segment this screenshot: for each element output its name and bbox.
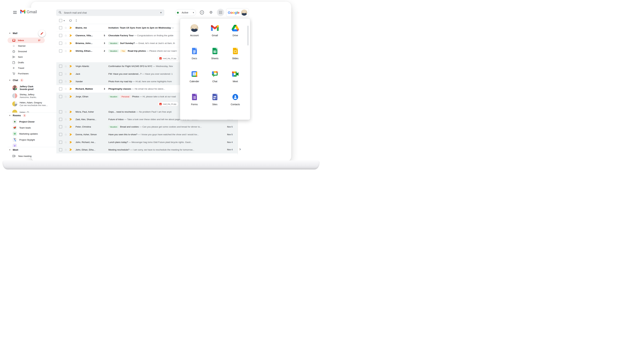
app-tile-calendar[interactable]: 31 Calender <box>184 69 204 92</box>
user-avatar[interactable] <box>241 10 247 16</box>
star-icon[interactable]: ☆ <box>64 34 67 37</box>
importance-marker-icon[interactable] <box>69 50 72 52</box>
label-chip[interactable]: Vacation <box>108 95 119 98</box>
email-checkbox[interactable] <box>59 80 62 83</box>
star-icon[interactable]: ☆ <box>64 73 67 76</box>
app-tile-chat[interactable]: Chat <box>204 69 225 92</box>
email-checkbox[interactable] <box>59 95 62 98</box>
email-checkbox[interactable] <box>59 141 62 144</box>
app-tile-meet[interactable]: Meet <box>225 69 246 92</box>
importance-marker-icon[interactable] <box>69 134 72 136</box>
importance-marker-icon[interactable] <box>69 27 72 29</box>
app-tile-forms[interactable]: Forms <box>184 92 204 115</box>
app-tile-slides[interactable]: Slides <box>225 46 246 69</box>
email-checkbox[interactable] <box>59 42 62 45</box>
email-checkbox[interactable] <box>59 49 62 53</box>
room-item-project-skylight[interactable]: Project Skylight <box>8 137 56 143</box>
importance-marker-icon[interactable] <box>69 126 72 128</box>
status-selector[interactable]: Active ▼ <box>175 9 196 16</box>
room-item-team-leads[interactable]: Team leads <box>8 125 56 131</box>
star-icon[interactable]: ☆ <box>64 80 67 83</box>
sidebar-section-rooms[interactable]: ▼ Rooms 1 <box>9 113 26 118</box>
email-checkbox[interactable] <box>59 118 62 121</box>
chat-item-shirley-jeffery[interactable]: Shirley, Jeffery Awesome, thanks. <box>8 92 56 100</box>
sidebar-section-meet[interactable]: ▼ Meet <box>9 148 18 152</box>
importance-marker-icon[interactable] <box>69 65 72 67</box>
email-checkbox[interactable] <box>59 26 62 29</box>
importance-marker-icon[interactable] <box>69 88 72 90</box>
apps-launcher-button[interactable] <box>217 9 224 16</box>
email-checkbox[interactable] <box>59 87 62 90</box>
importance-marker-icon[interactable] <box>69 35 72 37</box>
importance-marker-icon[interactable] <box>69 141 72 143</box>
email-checkbox[interactable] <box>59 65 62 68</box>
star-icon[interactable]: ☆ <box>64 95 67 98</box>
label-chip[interactable]: Vacation <box>108 50 119 52</box>
app-tile-drive[interactable]: Drive <box>225 23 246 46</box>
sidebar-item-snoozed[interactable]: Snoozed <box>8 49 56 54</box>
refresh-button[interactable] <box>69 19 72 22</box>
star-icon[interactable]: ☆ <box>64 50 67 53</box>
chevron-right-icon[interactable]: › <box>239 146 241 152</box>
star-icon[interactable]: ☆ <box>64 125 67 128</box>
email-checkbox[interactable] <box>59 72 62 76</box>
importance-marker-icon[interactable] <box>69 118 72 120</box>
compose-button[interactable] <box>38 30 46 37</box>
sidebar-item-inbox[interactable]: Inbox 37 <box>8 38 45 43</box>
star-icon[interactable]: ☆ <box>64 26 67 29</box>
star-icon[interactable]: ☆ <box>64 42 67 45</box>
importance-marker-icon[interactable] <box>69 149 72 151</box>
email-row[interactable]: ☆ John, Ethan, Etha... Meeting reschedul… <box>56 146 238 153</box>
sidebar-section-chat[interactable]: ▼ Chat 1 <box>9 78 24 82</box>
room-item-clipped[interactable]: V <box>8 143 56 147</box>
email-checkbox[interactable] <box>59 125 62 128</box>
star-icon[interactable]: ☆ <box>64 65 67 68</box>
email-row[interactable]: ☆ Peter, Christina VacationBread and coo… <box>56 123 238 131</box>
importance-marker-icon[interactable] <box>69 42 72 44</box>
email-row[interactable]: ☆ Donna, Asher, Simon Have you seen this… <box>56 131 238 138</box>
star-icon[interactable]: ☆ <box>64 141 67 144</box>
chat-item-jeffery-clark[interactable]: Jeffery Clark Sounds great! <box>8 84 56 92</box>
star-icon[interactable]: ☆ <box>64 87 67 90</box>
label-chip[interactable]: Vacation <box>108 42 119 45</box>
sidebar-item-starred[interactable]: ☆ Starred <box>8 43 56 49</box>
star-icon[interactable]: ☆ <box>64 110 67 113</box>
app-tile-sites[interactable]: Sites <box>204 92 225 115</box>
gmail-logo[interactable]: Gmail <box>20 10 37 14</box>
star-icon[interactable]: ☆ <box>64 148 67 151</box>
search-options-caret-icon[interactable]: ▼ <box>160 12 162 14</box>
app-tile-sheets[interactable]: Sheets <box>204 46 225 69</box>
help-button[interactable]: ? <box>200 10 204 15</box>
chat-item-clipped[interactable]: Helen, Cl... <box>8 108 56 113</box>
chat-item-helen-adam-gregory[interactable]: Helen, Adam, Gregory Can we reschedule t… <box>8 100 56 108</box>
sidebar-item-purchases[interactable]: Purchases <box>8 71 56 76</box>
app-tile-docs[interactable]: Docs <box>184 46 204 69</box>
more-options-button[interactable] <box>76 19 77 22</box>
importance-marker-icon[interactable] <box>69 73 72 75</box>
star-icon[interactable]: ☆ <box>64 133 67 136</box>
label-chip[interactable]: Vacation <box>108 125 119 128</box>
room-item-marketing-updates[interactable]: M Marketing updates <box>8 131 56 137</box>
sidebar-item-sent[interactable]: Sent <box>8 54 56 60</box>
settings-button[interactable]: ⚙ <box>209 10 213 15</box>
label-chip[interactable]: Trip <box>120 50 126 52</box>
search-bar[interactable]: ▼ <box>56 10 164 16</box>
select-caret-icon[interactable]: ▼ <box>63 20 65 22</box>
attachment-chip[interactable]: road_trip_01.jpg <box>158 102 179 106</box>
attachment-chip[interactable]: road_trip_01.jpg <box>158 56 179 61</box>
select-all-checkbox[interactable] <box>59 19 62 22</box>
room-item-project-clover[interactable]: ♣ Project Clover <box>8 119 56 125</box>
app-tile-gmail[interactable]: Gmail <box>204 23 225 46</box>
label-chip[interactable]: Personal <box>120 95 131 98</box>
app-tile-contacts[interactable]: Contacts <box>225 92 246 115</box>
email-checkbox[interactable] <box>59 148 62 151</box>
meet-item-new-meeting[interactable]: New meeting <box>8 153 56 158</box>
importance-marker-icon[interactable] <box>69 111 72 113</box>
google-account-chip[interactable]: Google <box>226 8 249 17</box>
app-tile-account[interactable]: Account <box>184 23 204 46</box>
hamburger-menu-icon[interactable] <box>13 11 17 14</box>
email-checkbox[interactable] <box>59 34 62 37</box>
star-icon[interactable]: ☆ <box>64 118 67 121</box>
email-row[interactable]: ☆ John, Richard, me... Lunch plans today… <box>56 138 238 146</box>
email-checkbox[interactable] <box>59 110 62 113</box>
